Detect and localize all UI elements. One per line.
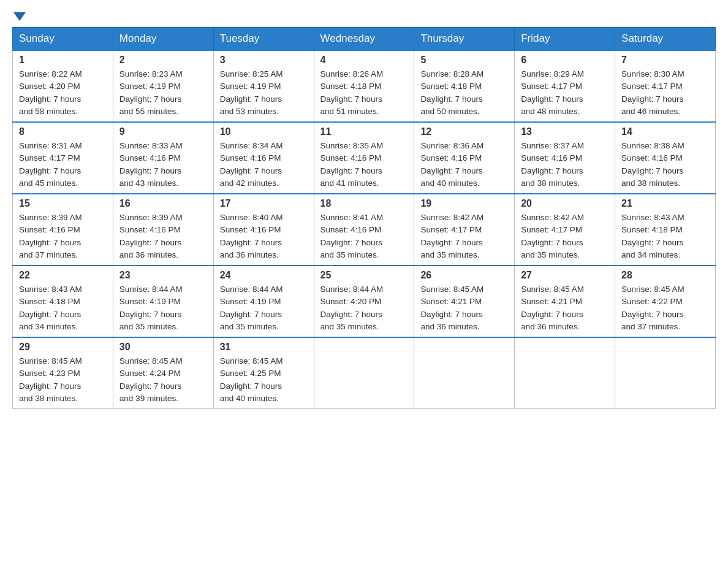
day-number: 26 [420,270,508,281]
day-number: 8 [19,126,107,137]
day-info: Sunrise: 8:45 AM Sunset: 4:25 PM Dayligh… [220,355,308,405]
calendar-day-cell: 31 Sunrise: 8:45 AM Sunset: 4:25 PM Dayl… [213,337,314,409]
day-number: 2 [119,55,207,66]
calendar-header-row: SundayMondayTuesdayWednesdayThursdayFrid… [13,28,716,51]
day-info: Sunrise: 8:44 AM Sunset: 4:20 PM Dayligh… [320,283,408,333]
calendar-week-row: 29 Sunrise: 8:45 AM Sunset: 4:23 PM Dayl… [13,337,716,409]
calendar-day-cell: 14 Sunrise: 8:38 AM Sunset: 4:16 PM Dayl… [615,122,716,194]
day-number: 30 [119,342,207,353]
calendar-day-cell: 12 Sunrise: 8:36 AM Sunset: 4:16 PM Dayl… [414,122,515,194]
day-number: 28 [621,270,709,281]
calendar-day-cell: 15 Sunrise: 8:39 AM Sunset: 4:16 PM Dayl… [13,194,113,266]
calendar-day-header: Friday [515,28,615,51]
day-number: 6 [521,55,609,66]
calendar-day-cell: 24 Sunrise: 8:44 AM Sunset: 4:19 PM Dayl… [213,266,314,337]
day-number: 1 [19,55,107,66]
day-info: Sunrise: 8:30 AM Sunset: 4:17 PM Dayligh… [621,68,709,118]
calendar-day-cell: 3 Sunrise: 8:25 AM Sunset: 4:19 PM Dayli… [213,50,314,122]
day-number: 27 [521,270,609,281]
day-info: Sunrise: 8:42 AM Sunset: 4:17 PM Dayligh… [521,212,609,261]
calendar-day-cell: 22 Sunrise: 8:43 AM Sunset: 4:18 PM Dayl… [13,266,113,337]
calendar-day-cell: 13 Sunrise: 8:37 AM Sunset: 4:16 PM Dayl… [515,122,615,194]
day-info: Sunrise: 8:23 AM Sunset: 4:19 PM Dayligh… [119,68,207,118]
day-info: Sunrise: 8:40 AM Sunset: 4:16 PM Dayligh… [220,212,308,261]
calendar-week-row: 1 Sunrise: 8:22 AM Sunset: 4:20 PM Dayli… [13,50,716,122]
day-number: 9 [119,126,207,137]
day-number: 20 [521,198,609,209]
day-info: Sunrise: 8:38 AM Sunset: 4:16 PM Dayligh… [621,140,709,190]
day-info: Sunrise: 8:42 AM Sunset: 4:17 PM Dayligh… [420,212,508,261]
calendar-day-header: Thursday [414,28,515,51]
calendar-week-row: 22 Sunrise: 8:43 AM Sunset: 4:18 PM Dayl… [13,266,716,337]
calendar-day-cell [414,337,515,409]
calendar-day-header: Sunday [13,28,113,51]
day-number: 11 [320,126,408,137]
day-info: Sunrise: 8:44 AM Sunset: 4:19 PM Dayligh… [220,283,308,333]
calendar-day-cell: 2 Sunrise: 8:23 AM Sunset: 4:19 PM Dayli… [113,50,213,122]
day-number: 31 [220,342,308,353]
calendar-day-cell: 10 Sunrise: 8:34 AM Sunset: 4:16 PM Dayl… [213,122,314,194]
calendar-day-cell [515,337,615,409]
calendar-day-cell: 27 Sunrise: 8:45 AM Sunset: 4:21 PM Dayl… [515,266,615,337]
calendar-day-cell: 18 Sunrise: 8:41 AM Sunset: 4:16 PM Dayl… [314,194,414,266]
calendar-day-cell: 5 Sunrise: 8:28 AM Sunset: 4:18 PM Dayli… [414,50,515,122]
calendar-day-cell: 11 Sunrise: 8:35 AM Sunset: 4:16 PM Dayl… [314,122,414,194]
day-number: 25 [320,270,408,281]
calendar-day-cell [615,337,716,409]
day-number: 21 [621,198,709,209]
day-number: 7 [621,55,709,66]
calendar-day-cell: 17 Sunrise: 8:40 AM Sunset: 4:16 PM Dayl… [213,194,314,266]
calendar-day-cell: 16 Sunrise: 8:39 AM Sunset: 4:16 PM Dayl… [113,194,213,266]
day-info: Sunrise: 8:41 AM Sunset: 4:16 PM Dayligh… [320,212,408,261]
calendar-week-row: 8 Sunrise: 8:31 AM Sunset: 4:17 PM Dayli… [13,122,716,194]
day-number: 19 [420,198,508,209]
day-number: 29 [19,342,107,353]
calendar-table: SundayMondayTuesdayWednesdayThursdayFrid… [12,27,716,409]
calendar-day-cell: 26 Sunrise: 8:45 AM Sunset: 4:21 PM Dayl… [414,266,515,337]
day-info: Sunrise: 8:45 AM Sunset: 4:21 PM Dayligh… [420,283,508,333]
day-info: Sunrise: 8:36 AM Sunset: 4:16 PM Dayligh… [420,140,508,190]
calendar-day-cell: 29 Sunrise: 8:45 AM Sunset: 4:23 PM Dayl… [13,337,113,409]
calendar-day-cell: 9 Sunrise: 8:33 AM Sunset: 4:16 PM Dayli… [113,122,213,194]
calendar-day-cell: 23 Sunrise: 8:44 AM Sunset: 4:19 PM Dayl… [113,266,213,337]
calendar-day-cell: 28 Sunrise: 8:45 AM Sunset: 4:22 PM Dayl… [615,266,716,337]
day-number: 22 [19,270,107,281]
logo-triangle-icon [13,12,26,21]
day-number: 16 [119,198,207,209]
day-number: 23 [119,270,207,281]
day-info: Sunrise: 8:43 AM Sunset: 4:18 PM Dayligh… [621,212,709,261]
page-header [12,12,716,21]
day-info: Sunrise: 8:35 AM Sunset: 4:16 PM Dayligh… [320,140,408,190]
calendar-day-header: Monday [113,28,213,51]
calendar-day-header: Wednesday [314,28,414,51]
day-info: Sunrise: 8:31 AM Sunset: 4:17 PM Dayligh… [19,140,107,190]
calendar-day-cell [314,337,414,409]
day-info: Sunrise: 8:33 AM Sunset: 4:16 PM Dayligh… [119,140,207,190]
calendar-day-header: Saturday [615,28,716,51]
day-number: 24 [220,270,308,281]
calendar-day-header: Tuesday [213,28,314,51]
calendar-day-cell: 30 Sunrise: 8:45 AM Sunset: 4:24 PM Dayl… [113,337,213,409]
day-number: 15 [19,198,107,209]
day-info: Sunrise: 8:28 AM Sunset: 4:18 PM Dayligh… [420,68,508,118]
day-info: Sunrise: 8:43 AM Sunset: 4:18 PM Dayligh… [19,283,107,333]
calendar-day-cell: 1 Sunrise: 8:22 AM Sunset: 4:20 PM Dayli… [13,50,113,122]
calendar-day-cell: 7 Sunrise: 8:30 AM Sunset: 4:17 PM Dayli… [615,50,716,122]
day-number: 18 [320,198,408,209]
day-info: Sunrise: 8:45 AM Sunset: 4:21 PM Dayligh… [521,283,609,333]
day-info: Sunrise: 8:25 AM Sunset: 4:19 PM Dayligh… [220,68,308,118]
calendar-day-cell: 19 Sunrise: 8:42 AM Sunset: 4:17 PM Dayl… [414,194,515,266]
day-number: 13 [521,126,609,137]
day-number: 12 [420,126,508,137]
day-number: 3 [220,55,308,66]
day-info: Sunrise: 8:34 AM Sunset: 4:16 PM Dayligh… [220,140,308,190]
day-info: Sunrise: 8:45 AM Sunset: 4:24 PM Dayligh… [119,355,207,405]
day-info: Sunrise: 8:45 AM Sunset: 4:22 PM Dayligh… [621,283,709,333]
calendar-day-cell: 8 Sunrise: 8:31 AM Sunset: 4:17 PM Dayli… [13,122,113,194]
day-info: Sunrise: 8:22 AM Sunset: 4:20 PM Dayligh… [19,68,107,118]
calendar-day-cell: 4 Sunrise: 8:26 AM Sunset: 4:18 PM Dayli… [314,50,414,122]
calendar-week-row: 15 Sunrise: 8:39 AM Sunset: 4:16 PM Dayl… [13,194,716,266]
day-number: 14 [621,126,709,137]
day-number: 5 [420,55,508,66]
day-info: Sunrise: 8:39 AM Sunset: 4:16 PM Dayligh… [19,212,107,261]
